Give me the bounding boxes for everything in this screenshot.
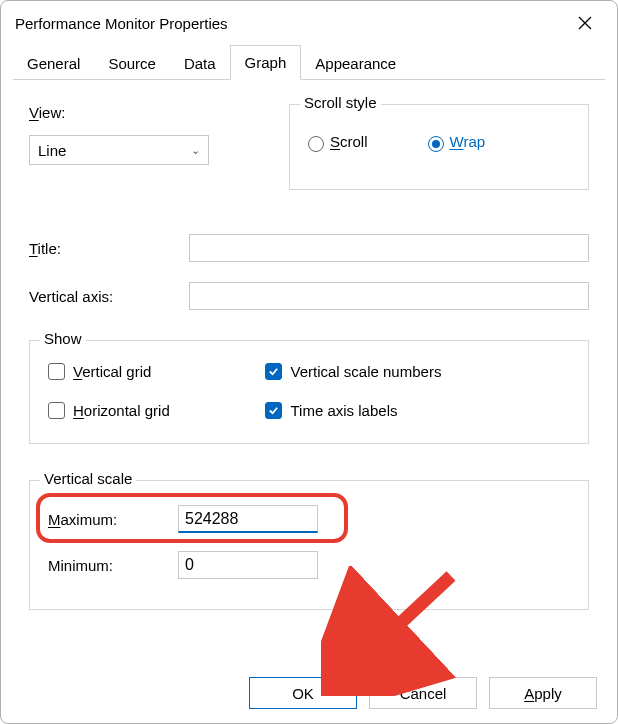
checkbox-time-axis-labels-label: Time axis labels <box>290 402 397 419</box>
vertical-axis-input[interactable] <box>189 282 589 310</box>
maximum-input[interactable] <box>178 505 318 533</box>
tab-strip: General Source Data Graph Appearance <box>1 43 617 80</box>
view-select[interactable]: Line ⌄ <box>29 135 209 165</box>
tab-data[interactable]: Data <box>170 47 230 80</box>
tab-general[interactable]: General <box>13 47 94 80</box>
checkbox-horizontal-grid-label: Horizontal grid <box>73 402 170 419</box>
checkbox-vertical-grid-box <box>48 363 65 380</box>
scroll-style-legend: Scroll style <box>300 94 381 111</box>
checkbox-vscale-numbers-label: Vertical scale numbers <box>290 363 441 380</box>
radio-scroll[interactable]: Scroll <box>308 133 368 150</box>
checkbox-vscale-numbers[interactable]: Vertical scale numbers <box>265 363 570 380</box>
checkbox-horizontal-grid-box <box>48 402 65 419</box>
close-icon <box>578 16 592 30</box>
radio-wrap[interactable]: Wrap <box>428 133 486 150</box>
radio-wrap-indicator <box>428 136 444 152</box>
tab-content-graph: View: Line ⌄ Scroll style Scroll Wrap <box>1 80 617 610</box>
tab-graph[interactable]: Graph <box>230 45 302 80</box>
show-legend: Show <box>40 330 86 347</box>
window-title: Performance Monitor Properties <box>15 15 228 32</box>
checkbox-time-axis-labels-box <box>265 402 282 419</box>
view-label: View: <box>29 104 259 121</box>
vertical-scale-legend: Vertical scale <box>40 470 136 487</box>
title-input[interactable] <box>189 234 589 262</box>
chevron-down-icon: ⌄ <box>191 144 200 157</box>
dialog-buttons: OK Cancel Apply <box>249 677 597 709</box>
maximum-row: Maximum: <box>48 505 570 533</box>
vertical-scale-group: Vertical scale Maximum: Minimum: <box>29 480 589 610</box>
title-label: Title: <box>29 240 179 257</box>
tab-appearance[interactable]: Appearance <box>301 47 410 80</box>
view-selected-value: Line <box>38 142 66 159</box>
apply-button[interactable]: Apply <box>489 677 597 709</box>
cancel-button[interactable]: Cancel <box>369 677 477 709</box>
checkbox-horizontal-grid[interactable]: Horizontal grid <box>48 402 265 419</box>
checkbox-time-axis-labels[interactable]: Time axis labels <box>265 402 570 419</box>
minimum-label: Minimum: <box>48 557 178 574</box>
vertical-axis-label: Vertical axis: <box>29 288 179 305</box>
checkbox-vscale-numbers-box <box>265 363 282 380</box>
titlebar: Performance Monitor Properties <box>1 1 617 43</box>
radio-scroll-indicator <box>308 136 324 152</box>
checkbox-vertical-grid-label: Vertical grid <box>73 363 151 380</box>
maximum-label: Maximum: <box>48 511 178 528</box>
checkbox-vertical-grid[interactable]: Vertical grid <box>48 363 265 380</box>
view-section: View: Line ⌄ <box>29 104 259 190</box>
tab-source[interactable]: Source <box>94 47 170 80</box>
minimum-input[interactable] <box>178 551 318 579</box>
show-group: Show Vertical grid Vertical scale number… <box>29 340 589 444</box>
ok-button[interactable]: OK <box>249 677 357 709</box>
dialog-window: Performance Monitor Properties General S… <box>0 0 618 724</box>
close-button[interactable] <box>567 9 603 37</box>
scroll-style-group: Scroll style Scroll Wrap <box>289 104 589 190</box>
